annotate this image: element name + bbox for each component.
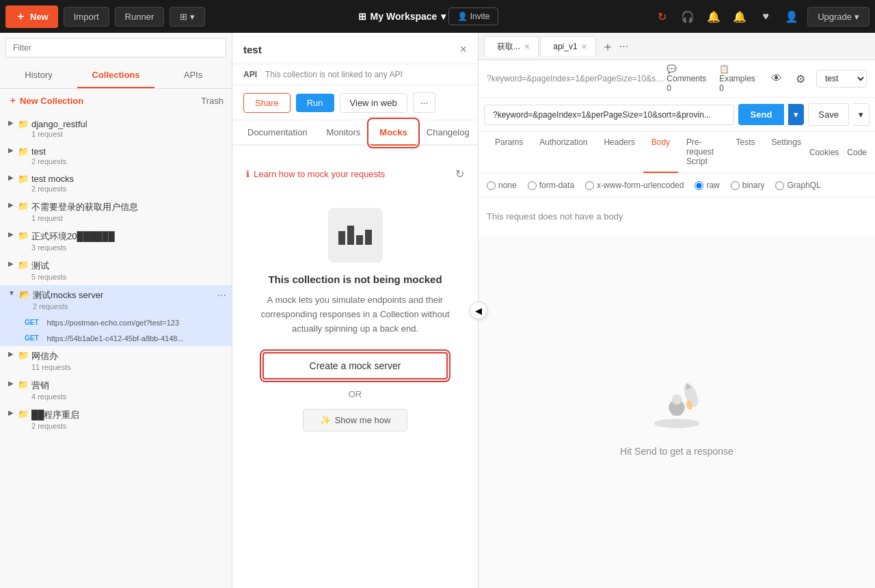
body-graphql-radio[interactable]: GraphQL [775, 181, 820, 190]
url-display: ?keyword=&pageIndex=1&perPageSize=10&sor… [484, 105, 734, 125]
tab-body[interactable]: Body [643, 132, 678, 173]
sidebar-tab-apis[interactable]: APIs [154, 63, 232, 88]
trash-button[interactable]: Trash [201, 96, 224, 106]
collection-more-button[interactable]: ··· [217, 289, 226, 302]
collection-item-no-login[interactable]: ▶ 📁 不需要登录的获取用户信息 1 request [0, 197, 232, 226]
rocket-svg [643, 366, 711, 435]
api-value: This collection is not linked to any API [265, 70, 403, 79]
learn-how-link[interactable]: ℹ Learn how to mock your requests [246, 169, 385, 179]
more-button[interactable]: ··· [413, 92, 436, 113]
collection-item-test-cn[interactable]: ▶ 📁 测试 5 requests [0, 256, 232, 285]
sidebar-tab-history[interactable]: History [0, 63, 77, 88]
panel-tabs: Documentation Monitors Mocks Changelog [232, 120, 478, 146]
panel-actions: Share Run View in web ··· [232, 85, 478, 120]
tab-selector[interactable]: test [816, 70, 867, 88]
workspace-center: ⊞ My Workspace ▾ 👤 Invite [211, 8, 646, 25]
chevron-right-icon: ▶ [8, 201, 14, 209]
sync-icon-button[interactable]: ↻ [651, 6, 672, 27]
send-button[interactable]: Send [738, 104, 785, 125]
tab-monitors[interactable]: Monitors [317, 120, 370, 146]
headset-icon-button[interactable]: 🎧 [677, 6, 698, 27]
workspace-button[interactable]: ⊞ My Workspace ▾ [358, 11, 446, 22]
collection-item-django-restful[interactable]: ▶ 📁 django_restful 1 request [0, 115, 232, 142]
tab-settings[interactable]: Settings [764, 132, 809, 173]
refresh-icon[interactable]: ↻ [455, 168, 464, 181]
body-urlencoded-radio[interactable]: x-www-form-urlencoded [585, 181, 684, 190]
settings-button[interactable]: ⚙ [793, 68, 809, 89]
method-get-badge: GET [22, 334, 42, 343]
request-item-2[interactable]: GET https://54b1a0e1-c412-45bf-a8bb-4148… [0, 330, 232, 346]
tab-documentation[interactable]: Documentation [238, 120, 317, 146]
collection-item-wangxinban[interactable]: ▶ 📁 网信办 11 requests [0, 346, 232, 375]
invite-button[interactable]: 👤 Invite [448, 8, 498, 25]
gift-icon-button[interactable]: 🔔 [703, 6, 724, 27]
view-in-web-button[interactable]: View in web [340, 93, 407, 113]
collection-count: 1 request [31, 130, 88, 138]
new-button[interactable]: ＋ New [5, 5, 58, 28]
tab-headers[interactable]: Headers [595, 132, 643, 173]
bell-icon-button[interactable]: 🔔 [729, 6, 750, 27]
user-icon: 👤 [457, 12, 468, 21]
close-tab-icon[interactable]: × [524, 41, 530, 52]
run-button[interactable]: Run [296, 94, 334, 112]
body-form-data-radio[interactable]: form-data [528, 181, 574, 190]
close-tab-icon[interactable]: × [582, 41, 587, 52]
code-link[interactable]: Code [847, 148, 867, 157]
collection-item-marketing[interactable]: ▶ 📁 营销 4 requests [0, 375, 232, 405]
request-url: https://postman-echo.com/get?test=123 [47, 319, 180, 327]
body-binary-radio[interactable]: binary [731, 181, 765, 190]
body-none-radio[interactable]: none [487, 181, 517, 190]
save-dropdown-button[interactable]: ▾ [853, 103, 870, 126]
eye-button[interactable]: 👁 [769, 68, 785, 89]
collection-item-test[interactable]: ▶ 📁 test 2 requests [0, 142, 232, 170]
folder-icon: 📁 [18, 174, 29, 184]
tab-tests[interactable]: Tests [728, 132, 764, 173]
panel-title: test [243, 44, 262, 55]
collection-item-prod[interactable]: ▶ 📁 正式环境20██████ 3 requests [0, 226, 232, 256]
send-dropdown-button[interactable]: ▾ [788, 104, 804, 125]
tab-authorization[interactable]: Authorization [531, 132, 595, 173]
collection-item-test-mocks[interactable]: ▶ 📁 test mocks 2 requests [0, 170, 232, 197]
tab-prerequest[interactable]: Pre-request Script [678, 132, 727, 173]
collection-name: 网信办 [31, 350, 70, 362]
tab-changelog[interactable]: Changelog [417, 120, 479, 146]
collection-item-test-mocks-server: ▼ 📂 测试mocks server 2 requests ··· GET ht… [0, 285, 232, 346]
upgrade-button[interactable]: Upgrade ▾ [807, 7, 870, 27]
request-tab-2[interactable]: api_v1 × [540, 36, 596, 56]
method-get-badge: GET [22, 318, 42, 327]
top-right-actions: 💬 Comments 0 📋 Examples 0 👁 ⚙ test [667, 64, 867, 93]
show-me-how-button[interactable]: ✨ Show me how [303, 409, 408, 431]
panel-close-button[interactable]: × [459, 42, 467, 57]
chevron-right-icon: ▶ [8, 230, 14, 238]
examples-label: 📋 Examples 0 [719, 64, 761, 93]
sidebar-tab-collections[interactable]: Collections [77, 63, 154, 88]
collection-item-restart[interactable]: ▶ 📁 ██程序重启 2 requests [0, 405, 232, 434]
request-tab-1[interactable]: 获取... × [484, 36, 539, 57]
import-button[interactable]: Import [64, 7, 109, 27]
request-url-bar: ?keyword=&pageIndex=1&perPageSize=10&sor… [479, 98, 875, 132]
cookies-link[interactable]: Cookies [809, 148, 839, 157]
request-item-1[interactable]: GET https://postman-echo.com/get?test=12… [0, 315, 232, 330]
chevron-right-icon: ▶ [8, 350, 14, 358]
new-collection-button[interactable]: ＋ New Collection [8, 94, 83, 107]
body-raw-radio[interactable]: raw [695, 181, 719, 190]
collapse-panel-button[interactable]: ◀ [470, 302, 487, 319]
heart-icon-button[interactable]: ♥ [755, 6, 776, 27]
collection-count: 1 request [31, 214, 138, 222]
tab-params[interactable]: Params [487, 132, 531, 173]
save-button[interactable]: Save [808, 103, 849, 126]
collection-count: 2 requests [31, 422, 79, 430]
create-mock-server-button[interactable]: Create a mock server [262, 352, 448, 379]
tab-mocks[interactable]: Mocks [370, 120, 416, 146]
add-tab-button[interactable]: ＋ [597, 38, 618, 55]
tabs-more-button[interactable]: ··· [619, 40, 628, 53]
sidebar-tabs: History Collections APIs [0, 63, 232, 89]
runner-button[interactable]: Runner [115, 7, 165, 27]
meta-actions: Cookies Code [809, 148, 867, 157]
request-tabs-bar: 获取... × api_v1 × ＋ ··· [479, 33, 875, 60]
share-button[interactable]: Share [243, 93, 291, 113]
avatar-button[interactable]: 👤 [781, 6, 802, 27]
search-input[interactable] [5, 38, 226, 57]
hit-send-message: Hit Send to get a response [620, 446, 733, 457]
layout-button[interactable]: ⊞ ▾ [170, 7, 205, 27]
